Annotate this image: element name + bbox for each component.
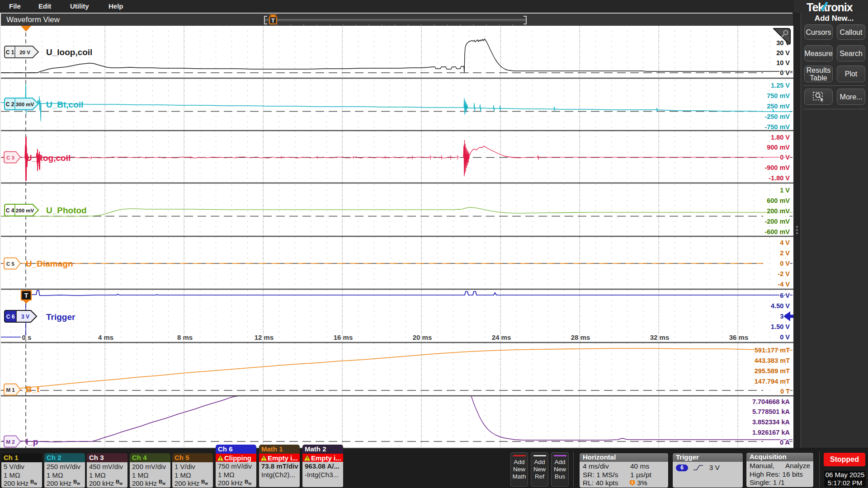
svg-text:300 mV: 300 mV bbox=[16, 102, 34, 107]
svg-text:0 V: 0 V bbox=[780, 333, 790, 341]
svg-text:-200 mV: -200 mV bbox=[764, 218, 790, 225]
svg-text:12 ms: 12 ms bbox=[255, 333, 274, 341]
svg-text:-2 V: -2 V bbox=[778, 270, 790, 277]
svg-text:M 2: M 2 bbox=[6, 439, 14, 445]
svg-text:295.589 mT: 295.589 mT bbox=[755, 367, 790, 375]
svg-text:C 5: C 5 bbox=[6, 261, 15, 267]
svg-text:443.383 mT: 443.383 mT bbox=[755, 357, 790, 364]
svg-text:C 1: C 1 bbox=[6, 49, 14, 56]
svg-text:1.50 V: 1.50 V bbox=[771, 323, 790, 330]
svg-text:-250 mV: -250 mV bbox=[764, 113, 790, 120]
svg-text:U_Rog,coil: U_Rog,coil bbox=[26, 153, 71, 163]
svg-text:-900 mV: -900 mV bbox=[764, 164, 790, 171]
svg-text:6 V: 6 V bbox=[780, 292, 790, 299]
svg-text:C 6: C 6 bbox=[6, 314, 15, 320]
svg-text:900 mV: 900 mV bbox=[767, 144, 790, 151]
svg-text:32 ms: 32 ms bbox=[650, 333, 670, 341]
svg-text:!: ! bbox=[220, 456, 221, 461]
svg-text:1.926167 kA: 1.926167 kA bbox=[752, 429, 790, 436]
svg-text:-750 mV: -750 mV bbox=[764, 123, 790, 131]
svg-text:U_Bt,coil: U_Bt,coil bbox=[46, 100, 83, 109]
svg-text:4 ms: 4 ms bbox=[98, 333, 113, 341]
svg-text:750 mV: 750 mV bbox=[767, 92, 790, 99]
svg-text:U_loop,coil: U_loop,coil bbox=[46, 47, 92, 57]
svg-text:1.80 V: 1.80 V bbox=[771, 134, 790, 141]
svg-text:T: T bbox=[271, 18, 275, 24]
svg-text:3.852334 kA: 3.852334 kA bbox=[752, 418, 790, 426]
svg-text:0 V: 0 V bbox=[780, 260, 790, 267]
svg-text:U_Diamagn: U_Diamagn bbox=[26, 259, 73, 268]
svg-text:!: ! bbox=[307, 456, 308, 461]
svg-text:T: T bbox=[631, 481, 633, 485]
svg-text:0 s: 0 s bbox=[22, 333, 32, 341]
svg-text:0 V: 0 V bbox=[780, 154, 790, 161]
svg-text:8 ms: 8 ms bbox=[177, 333, 193, 341]
svg-text:-4 V: -4 V bbox=[778, 281, 790, 288]
svg-text:C 2: C 2 bbox=[6, 101, 14, 108]
svg-text:28 ms: 28 ms bbox=[571, 333, 590, 341]
svg-text:B_t: B_t bbox=[26, 385, 40, 394]
svg-text:7.704668 kA: 7.704668 kA bbox=[752, 398, 790, 405]
svg-text:0 A: 0 A bbox=[780, 439, 790, 446]
svg-text:4 V: 4 V bbox=[780, 239, 790, 246]
svg-text:T: T bbox=[24, 292, 28, 299]
svg-text:4.50 V: 4.50 V bbox=[771, 302, 790, 310]
svg-text:2 V: 2 V bbox=[780, 249, 790, 257]
svg-text:1 V: 1 V bbox=[780, 187, 790, 194]
svg-text:200 mV: 200 mV bbox=[16, 208, 34, 213]
svg-text:C 4: C 4 bbox=[6, 207, 14, 214]
svg-text:20 V: 20 V bbox=[19, 50, 30, 55]
svg-text:16 ms: 16 ms bbox=[334, 333, 353, 341]
svg-text:I_p: I_p bbox=[26, 437, 38, 446]
svg-text:20 ms: 20 ms bbox=[413, 333, 432, 341]
svg-text:-1.80 V: -1.80 V bbox=[769, 174, 790, 182]
svg-text:-600 mV: -600 mV bbox=[764, 228, 790, 235]
svg-text:20 V: 20 V bbox=[776, 49, 790, 56]
svg-text:591.177 mT: 591.177 mT bbox=[755, 347, 790, 354]
svg-text:250 mV: 250 mV bbox=[767, 103, 790, 110]
svg-text:600 mV: 600 mV bbox=[767, 197, 790, 204]
svg-text:M 1: M 1 bbox=[6, 387, 15, 393]
svg-text:5.778501 kA: 5.778501 kA bbox=[752, 408, 790, 415]
svg-text:36 ms: 36 ms bbox=[729, 333, 749, 341]
svg-text:200 mV: 200 mV bbox=[767, 207, 790, 215]
svg-text:C 3: C 3 bbox=[6, 155, 14, 160]
svg-text:0 V: 0 V bbox=[780, 69, 790, 76]
svg-text:1.25 V: 1.25 V bbox=[771, 82, 790, 89]
svg-text:!: ! bbox=[263, 456, 264, 461]
svg-text:10 V: 10 V bbox=[776, 59, 790, 66]
svg-text:0 T: 0 T bbox=[780, 388, 790, 395]
svg-text:Trigger: Trigger bbox=[46, 312, 75, 322]
svg-text:147.794 mT: 147.794 mT bbox=[755, 378, 790, 385]
svg-text:U_Photod: U_Photod bbox=[46, 206, 87, 215]
svg-text:3 V: 3 V bbox=[21, 314, 29, 320]
svg-text:24 ms: 24 ms bbox=[492, 333, 511, 341]
